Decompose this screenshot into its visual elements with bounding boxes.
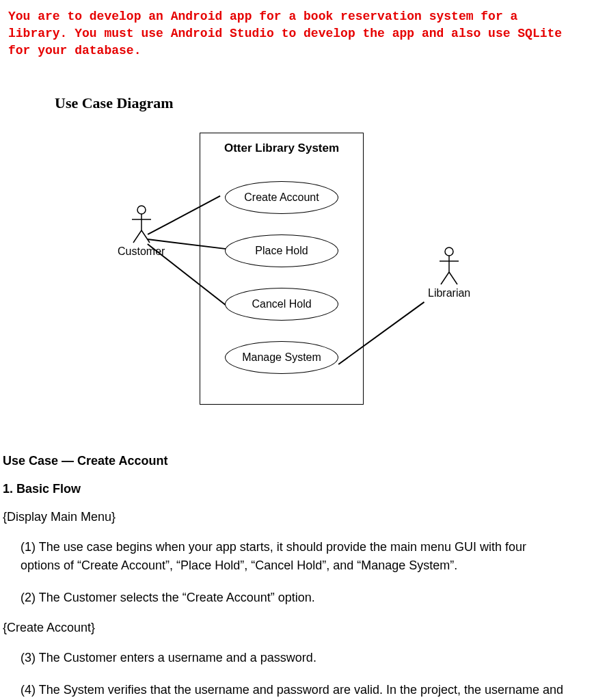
use-case-diagram: Otter Library System Create Account Plac… [0, 133, 594, 427]
svg-line-9 [449, 272, 457, 284]
step-4: (4) The System verifies that the usernam… [0, 681, 594, 700]
step-4-text-a: (4) The System verifies that the usernam… [21, 683, 563, 700]
basic-flow-heading: 1. Basic Flow [0, 482, 594, 510]
person-icon [128, 204, 155, 245]
usecase-place-hold: Place Hold [225, 234, 338, 267]
brace-create-account: {Create Account} [0, 621, 594, 649]
svg-point-5 [445, 247, 453, 256]
svg-line-8 [441, 272, 449, 284]
step-2: (2) The Customer selects the “Create Acc… [0, 589, 594, 621]
brace-display-main-menu: {Display Main Menu} [0, 510, 594, 538]
actor-librarian-label: Librarian [428, 287, 470, 299]
system-title: Otter Library System [200, 133, 363, 161]
usecase-name: Use Case — Create Account [0, 454, 594, 482]
usecase-create-account: Create Account [225, 181, 338, 214]
actor-librarian: Librarian [428, 246, 470, 299]
person-icon [435, 246, 463, 287]
usecase-cancel-hold: Cancel Hold [225, 288, 338, 321]
system-boundary: Otter Library System Create Account Plac… [200, 133, 364, 405]
svg-line-3 [133, 230, 141, 243]
step-3: (3) The Customer enters a username and a… [0, 649, 594, 681]
step-1: (1) The use case begins when your app st… [0, 538, 594, 589]
svg-line-4 [141, 230, 150, 243]
svg-point-0 [137, 206, 146, 214]
actor-customer: Customer [118, 204, 165, 258]
usecase-manage-system: Manage System [225, 341, 338, 374]
assignment-instruction: You are to develop an Android app for a … [0, 8, 594, 74]
diagram-title: Use Case Diagram [0, 94, 594, 112]
actor-customer-label: Customer [118, 245, 165, 258]
